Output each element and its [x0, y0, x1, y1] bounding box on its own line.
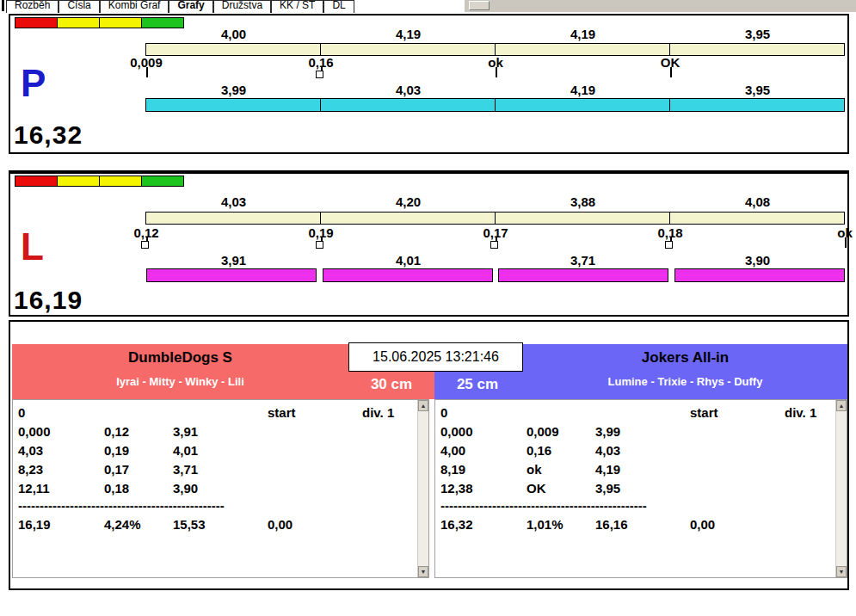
legend-yellow-box — [57, 176, 100, 187]
split-values-row: 4,03 4,20 3,88 4,08 — [146, 194, 845, 208]
section-bar-segment — [320, 98, 496, 112]
table-cell: 4,19 — [595, 462, 620, 477]
results-box: DumbleDogs S Iyrai - Mitty - Winky - Lil… — [9, 320, 849, 590]
table-cell: 4,01 — [173, 443, 198, 458]
tick-marks — [146, 67, 845, 81]
table-cell: 4,00 — [440, 443, 465, 458]
table-cell: 16,32 — [440, 517, 473, 532]
table-cell: 0 — [440, 405, 447, 420]
section-bar-cyan — [146, 98, 845, 112]
tick-mark — [845, 237, 847, 248]
scroll-down-button[interactable]: ▼ — [836, 566, 847, 577]
divider-dashes: ----------------------------------------… — [440, 498, 688, 514]
tab-rozbeh[interactable]: Rozběh — [6, 0, 59, 13]
table-cell: 8,19 — [440, 462, 465, 477]
total-time: 16,19 — [14, 286, 83, 315]
table-row: 4,03 0,19 4,01 — [13, 443, 428, 460]
tick-mark — [496, 67, 497, 77]
table-totals-row: 16,19 4,24% 15,53 0,00 — [13, 517, 428, 534]
tick-mark — [670, 67, 672, 77]
split-value: 4,19 — [570, 27, 595, 41]
table-cell: 3,91 — [173, 424, 198, 439]
split-value: 3,88 — [570, 194, 595, 209]
tab-kombi-graf[interactable]: Kombi Graf — [100, 0, 169, 13]
tab-kk-st[interactable]: KK / ST — [271, 0, 323, 13]
tab-label: KK / ST — [280, 0, 315, 12]
tab-label: DL — [332, 0, 345, 12]
scroll-up-button[interactable]: ▲ — [836, 400, 847, 411]
table-cell: 15,53 — [173, 517, 206, 532]
section-values-row: 3,91 4,01 3,71 3,90 — [146, 253, 845, 267]
table-cell: 0,18 — [104, 481, 129, 496]
tab-grafy[interactable]: Grafy — [169, 0, 212, 13]
split-bar-segment — [145, 212, 321, 225]
section-value: 4,01 — [396, 253, 421, 268]
sensor-checkbox — [316, 71, 323, 78]
team-header-text: Jokers All-in Lumine - Trixie - Rhys - D… — [523, 344, 847, 388]
table-totals-row: 16,32 1,01% 16,16 0,00 — [435, 517, 847, 534]
split-value: 4,00 — [221, 27, 246, 41]
table-row: 0,000 0,009 3,99 — [435, 424, 847, 441]
vertical-scrollbar[interactable]: ▲ ▼ — [835, 400, 847, 577]
section-value: 4,03 — [396, 83, 421, 97]
split-value: 4,19 — [396, 27, 421, 41]
tab-cisla[interactable]: Čísla — [59, 0, 99, 13]
tab-dl[interactable]: DL — [323, 0, 354, 13]
table-row: 8,19 ok 4,19 — [435, 462, 847, 479]
team-name: DumbleDogs S — [12, 349, 348, 367]
results-table-right: 0 start div. 1 0,000 0,009 3,99 4,00 0,1… — [434, 399, 847, 578]
section-values-row: 3,99 4,03 4,19 3,95 — [146, 83, 845, 96]
table-row: 0,000 0,12 3,91 — [13, 424, 428, 441]
sensor-checkbox — [490, 241, 498, 249]
split-bar-segment — [320, 212, 496, 225]
table-row: 12,38 OK 3,95 — [435, 481, 847, 498]
legend-yellow-box — [99, 176, 142, 187]
table-divider-row: ----------------------------------------… — [435, 498, 847, 515]
section-bar-segment — [669, 98, 845, 112]
table-cell: div. 1 — [362, 405, 394, 420]
graph-panel-l: L 16,19 4,03 4,20 3,88 4,08 0,12 0,19 0,… — [9, 170, 849, 317]
graph-area: 4,03 4,20 3,88 4,08 0,12 0,19 0,17 0,18 … — [146, 174, 845, 315]
split-value: 3,95 — [745, 27, 770, 41]
table-cell: start — [690, 405, 718, 420]
table-cell: 4,03 — [18, 443, 43, 458]
tab-label: Družstva — [222, 0, 262, 12]
split-bar-segment — [669, 43, 845, 56]
section-bar-segment — [323, 268, 493, 282]
table-cell: 1,01% — [527, 517, 563, 532]
scroll-down-button[interactable]: ▼ — [418, 566, 428, 577]
jump-height-badge: 25 cm — [441, 376, 514, 393]
tab-druzstva[interactable]: Družstva — [213, 0, 271, 13]
graph-panel-p: P 16,32 4,00 4,19 4,19 3,95 0,009 0,16 o… — [9, 14, 849, 154]
course-letter: P — [21, 65, 46, 102]
vertical-scrollbar[interactable]: ▲ ▼ — [417, 400, 428, 577]
table-row: 4,00 0,16 4,03 — [435, 443, 847, 460]
table-cell: 16,19 — [18, 517, 51, 532]
table-cell: 3,71 — [173, 462, 198, 477]
legend-red-box — [15, 17, 58, 28]
team-header-text: DumbleDogs S Iyrai - Mitty - Winky - Lil… — [12, 344, 348, 388]
table-cell: 12,38 — [440, 481, 473, 496]
scroll-up-button[interactable]: ▲ — [418, 400, 428, 411]
table-cell: 4,03 — [595, 443, 620, 458]
split-bar-segment — [669, 212, 845, 225]
table-cell: 0,000 — [440, 424, 473, 439]
section-value: 3,91 — [221, 253, 246, 268]
tick-marks — [146, 237, 845, 251]
window-button[interactable] — [469, 1, 490, 10]
split-value: 4,20 — [396, 194, 421, 209]
section-bar-segment — [495, 98, 670, 112]
table-cell: 0 — [18, 405, 25, 420]
tab-label: Kombi Graf — [108, 0, 161, 12]
legend-yellow-box — [99, 17, 142, 28]
table-cell: 0,000 — [18, 424, 51, 439]
total-time: 16,32 — [14, 120, 83, 150]
window-frame-mark — [2, 0, 4, 11]
table-cell: start — [268, 405, 296, 420]
section-bar-segment — [498, 268, 668, 282]
table-header-row: 0 start div. 1 — [435, 405, 847, 422]
table-cell: ok — [527, 462, 542, 477]
table-row: 12,11 0,18 3,90 — [13, 481, 428, 498]
table-cell: 0,19 — [104, 443, 129, 458]
table-cell: 0,12 — [104, 424, 129, 439]
